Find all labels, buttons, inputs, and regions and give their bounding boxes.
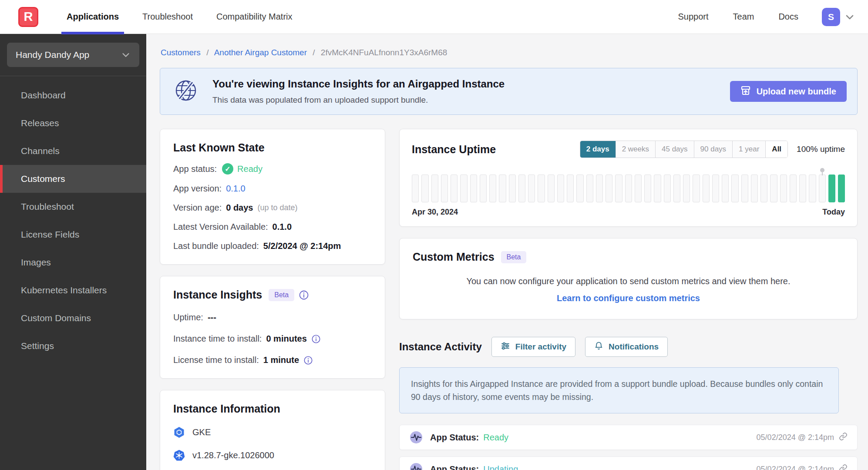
uptime-bar[interactable]: [538, 175, 545, 202]
sidebar-item-dashboard[interactable]: Dashboard: [0, 81, 146, 109]
nav-link-support[interactable]: Support: [678, 0, 708, 34]
range-45-days[interactable]: 45 days: [655, 141, 694, 158]
chevron-down-icon[interactable]: [844, 12, 855, 22]
range-2-days[interactable]: 2 days: [580, 141, 616, 158]
event-label: App Status:: [430, 464, 479, 470]
breadcrumb-customers-link[interactable]: Customers: [161, 48, 201, 57]
gke-icon: [173, 426, 185, 438]
nav-link-team[interactable]: Team: [733, 0, 754, 34]
uptime-bar[interactable]: [625, 175, 632, 202]
uptime-bar[interactable]: [460, 175, 467, 202]
sidebar-item-releases[interactable]: Releases: [0, 109, 146, 137]
configure-custom-metrics-link[interactable]: Learn to configure custom metrics: [413, 293, 844, 303]
breadcrumb-customer-link[interactable]: Another Airgap Customer: [214, 48, 307, 57]
uptime-bar[interactable]: [421, 175, 428, 202]
upload-new-bundle-button[interactable]: Upload new bundle: [730, 81, 847, 102]
right-column: Instance Uptime 2 days 2 weeks 45 days 9…: [399, 129, 858, 470]
breadcrumb: Customers / Another Airgap Customer / 2f…: [161, 48, 858, 57]
version-age-value: 0 days: [226, 203, 253, 213]
uptime-bar[interactable]: [770, 175, 777, 202]
uptime-bar[interactable]: [809, 175, 816, 202]
uptime-bar[interactable]: [741, 175, 748, 202]
sidebar-item-customers[interactable]: Customers: [0, 165, 146, 193]
sidebar-item-kubernetes-installers[interactable]: Kubernetes Installers: [0, 276, 146, 304]
uptime-bar[interactable]: [557, 175, 564, 202]
user-avatar[interactable]: S: [822, 8, 840, 26]
uptime-bar[interactable]: [451, 175, 458, 202]
uptime-bar[interactable]: [760, 175, 767, 202]
uptime-bar[interactable]: [644, 175, 651, 202]
info-icon[interactable]: [303, 356, 313, 365]
uptime-bar[interactable]: [576, 175, 583, 202]
range-2-weeks[interactable]: 2 weeks: [616, 141, 655, 158]
uptime-bar[interactable]: [635, 175, 642, 202]
uptime-bar[interactable]: [722, 175, 729, 202]
uptime-bar[interactable]: [683, 175, 690, 202]
info-icon[interactable]: [311, 334, 321, 344]
uptime-bar[interactable]: [528, 175, 535, 202]
range-90-days[interactable]: 90 days: [694, 141, 733, 158]
nav-tab-troubleshoot[interactable]: Troubleshoot: [142, 0, 193, 34]
uptime-bar[interactable]: [509, 175, 516, 202]
info-icon[interactable]: [299, 290, 309, 300]
uptime-bar[interactable]: [596, 175, 603, 202]
uptime-summary: 100% uptime: [797, 144, 845, 154]
uptime-bar[interactable]: [548, 175, 555, 202]
nav-tab-applications[interactable]: Applications: [67, 0, 119, 34]
uptime-bar[interactable]: [499, 175, 506, 202]
upload-icon: [740, 85, 751, 98]
uptime-bar[interactable]: [664, 175, 671, 202]
nav-link-docs[interactable]: Docs: [778, 0, 798, 34]
uptime-bars: [400, 168, 857, 202]
uptime-bar[interactable]: [712, 175, 719, 202]
sidebar-item-custom-domains[interactable]: Custom Domains: [0, 304, 146, 332]
uptime-bar[interactable]: [489, 175, 496, 202]
uptime-bar[interactable]: [693, 175, 700, 202]
uptime-bar[interactable]: [819, 175, 826, 202]
uptime-bar[interactable]: [412, 175, 419, 202]
uptime-bar[interactable]: [518, 175, 525, 202]
chevron-down-icon: [121, 50, 131, 60]
uptime-bar[interactable]: [441, 175, 448, 202]
uptime-bar[interactable]: [703, 175, 710, 202]
uptime-bar[interactable]: [790, 175, 797, 202]
uptime-bar[interactable]: [731, 175, 738, 202]
range-all[interactable]: All: [765, 141, 787, 158]
uptime-bar[interactable]: [654, 175, 661, 202]
app-status-row: App status: ✓ Ready: [173, 163, 372, 175]
link-icon[interactable]: [839, 432, 848, 443]
sidebar-item-license-fields[interactable]: License Fields: [0, 221, 146, 248]
range-1-year[interactable]: 1 year: [732, 141, 765, 158]
sidebar-item-channels[interactable]: Channels: [0, 137, 146, 165]
app-version-link[interactable]: 0.1.0: [226, 184, 245, 194]
k8s-version-value: v1.28.7-gke.1026000: [192, 450, 274, 460]
sidebar-item-settings[interactable]: Settings: [0, 332, 146, 360]
nav-tab-compatibility-matrix[interactable]: Compatibility Matrix: [216, 0, 292, 34]
uptime-bar[interactable]: [431, 175, 438, 202]
replicated-logo[interactable]: R: [18, 7, 38, 27]
notifications-button[interactable]: Notifications: [585, 337, 668, 357]
uptime-bar[interactable]: [567, 175, 574, 202]
uptime-range-selector: 2 days 2 weeks 45 days 90 days 1 year Al…: [580, 141, 788, 158]
uptime-bar[interactable]: [799, 175, 806, 202]
uptime-bar[interactable]: [751, 175, 758, 202]
uptime-bar[interactable]: [615, 175, 622, 202]
app-selector-dropdown[interactable]: Handy Dandy App: [7, 43, 139, 67]
uptime-bar[interactable]: [586, 175, 593, 202]
uptime-bar[interactable]: [606, 175, 612, 202]
activity-event-row[interactable]: App Status: Ready 05/02/2024 @ 2:14pm: [399, 425, 858, 450]
upload-button-label: Upload new bundle: [757, 87, 836, 97]
sidebar-item-troubleshoot[interactable]: Troubleshoot: [0, 193, 146, 221]
filter-activity-button[interactable]: Filter activity: [491, 337, 575, 357]
notifications-label: Notifications: [609, 342, 659, 352]
uptime-bar[interactable]: [828, 175, 835, 202]
link-icon[interactable]: [839, 464, 848, 470]
activity-event-row[interactable]: App Status: Updating 05/02/2024 @ 2:14pm: [399, 457, 858, 470]
uptime-bar[interactable]: [780, 175, 787, 202]
uptime-bar[interactable]: [470, 175, 477, 202]
uptime-bar[interactable]: [673, 175, 680, 202]
sidebar-item-images[interactable]: Images: [0, 248, 146, 276]
uptime-bar[interactable]: [838, 175, 845, 202]
sidebar-divider: [0, 76, 146, 76]
uptime-bar[interactable]: [480, 175, 487, 202]
